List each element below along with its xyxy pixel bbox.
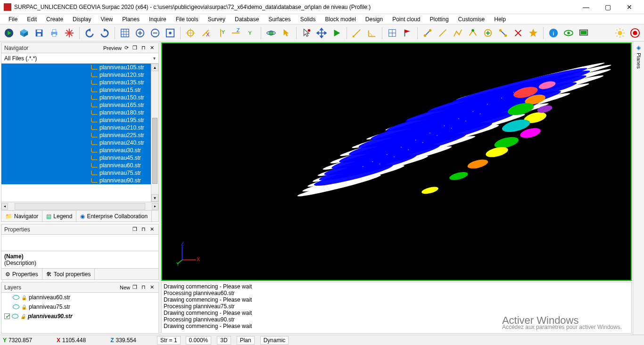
tool-path-icon[interactable] [451,26,465,40]
tool-undo-icon[interactable] [83,26,97,40]
file-filter[interactable]: All Files (.*.*) ▾ [1,53,158,64]
menu-help[interactable]: Help [489,15,511,24]
tool-orbit-icon[interactable] [264,26,278,40]
tool-ysection-icon[interactable]: Y [214,26,228,40]
layer-item-active[interactable]: ✓ 🔒 planniveau90.str [1,312,158,321]
tool-save-icon[interactable] [32,26,46,40]
menu-inquire[interactable]: Inquire [144,15,171,24]
checkbox-icon[interactable]: ✓ [4,313,10,319]
console-log[interactable]: Drawing commencing - Please wait Process… [161,282,632,334]
pin-icon[interactable]: ⊓ [140,44,147,52]
tool-run-icon[interactable] [2,26,16,40]
tab-tool-properties[interactable]: 🛠Tool properties [42,269,95,279]
tool-zoom-in-icon[interactable] [133,26,147,40]
tab-navigator[interactable]: 📁Navigator [1,211,42,222]
menu-customise[interactable]: Customise [454,15,490,24]
tool-play-icon[interactable] [330,26,344,40]
tool-node-icon[interactable] [421,26,435,40]
tool-picker-icon[interactable] [299,26,314,40]
restore-icon[interactable]: ❐ [131,226,139,233]
status-plan-button[interactable]: Plan [237,336,255,345]
tool-pan-icon[interactable] [314,26,329,40]
tool-edge-icon[interactable] [436,26,450,40]
prop-name-label: (Name) [4,253,24,260]
restore-icon[interactable]: ❐ [131,44,139,52]
lock-icon[interactable]: 🔒 [21,295,27,300]
pin-icon[interactable]: ⊓ [140,226,147,233]
tool-star-icon[interactable] [526,26,540,40]
tool-addpoint-icon[interactable] [481,26,495,40]
tool-xsection-icon[interactable]: X [198,26,213,40]
minimize-button[interactable]: — [575,0,597,14]
menu-blockmodel[interactable]: Block model [320,15,360,24]
maximize-button[interactable]: ▢ [597,0,619,14]
tool-grid2-icon[interactable] [385,26,399,40]
right-planes-tab[interactable]: ◈ Planes [633,41,644,335]
menu-pointcloud[interactable]: Point cloud [388,15,425,24]
restore-icon[interactable]: ❐ [131,284,139,291]
menu-solids[interactable]: Solids [296,15,321,24]
tool-zoom-fit-icon[interactable] [163,26,177,40]
status-str[interactable]: Str = 1 [157,336,181,345]
menu-filetools[interactable]: File tools [171,15,203,24]
eye-icon[interactable] [13,295,19,300]
menu-display[interactable]: Display [68,15,96,24]
menu-surfaces[interactable]: Surfaces [264,15,295,24]
menu-database[interactable]: Database [230,15,264,24]
tool-cube-icon[interactable] [17,26,31,40]
tool-y2-icon[interactable]: Y [244,26,258,40]
menu-survey[interactable]: Survey [203,15,230,24]
menu-design[interactable]: Design [361,15,388,24]
lock-icon[interactable]: 🔒 [20,314,26,319]
tool-target-icon[interactable] [183,26,198,40]
tool-vertex-icon[interactable] [466,26,480,40]
3d-viewport[interactable]: Z X Y [161,42,632,281]
tool-flag-icon[interactable] [400,26,414,40]
layers-list[interactable]: 🔒 planniveau60.str 🔒 planniveau75.str ✓ … [1,293,158,333]
tool-remove-icon[interactable] [511,26,525,40]
tool-grid-icon[interactable] [118,26,132,40]
file-tree[interactable]: planniveau105.str planniveau120.str plan… [1,64,151,202]
tool-zsection-icon[interactable]: Z [229,26,243,40]
eye-icon[interactable] [13,304,19,309]
menu-edit[interactable]: Edit [22,15,41,24]
tool-zoom-out-icon[interactable] [148,26,162,40]
tree-v-scrollbar[interactable]: ▲ ▼ [151,64,158,202]
tool-print-icon[interactable] [47,26,61,40]
layer-item[interactable]: 🔒 planniveau60.str [1,293,158,302]
tool-burst-icon[interactable] [62,26,76,40]
tab-legend[interactable]: ▤Legend [42,211,76,222]
new-layer-label[interactable]: New [120,285,130,290]
refresh-icon[interactable]: ⟳ [123,44,130,52]
close-panel-icon[interactable]: ✕ [148,284,156,291]
tool-eye-icon[interactable] [561,26,576,40]
close-button[interactable]: ✕ [619,0,640,14]
eye-icon[interactable] [12,314,18,319]
tool-redo-icon[interactable] [98,26,112,40]
tool-connect-icon[interactable] [496,26,510,40]
close-panel-icon[interactable]: ✕ [148,226,156,233]
tool-angle-icon[interactable] [365,26,379,40]
tool-sun-icon[interactable] [613,26,627,40]
pin-icon[interactable]: ⊓ [140,284,147,291]
tab-collab[interactable]: ◉Enterprise Collaboration [76,211,152,222]
svg-text:X: X [206,32,210,37]
layer-item[interactable]: 🔒 planniveau75.str [1,302,158,312]
menu-planes[interactable]: Planes [117,15,144,24]
status-dynamic-button[interactable]: Dynamic [260,336,289,345]
menu-create[interactable]: Create [41,15,68,24]
tool-measure-icon[interactable] [350,26,364,40]
tree-h-scrollbar[interactable]: ◂ ▸ [1,202,158,210]
tool-pointer-icon[interactable] [279,26,293,40]
close-panel-icon[interactable]: ✕ [148,44,156,52]
tool-record-icon[interactable] [628,26,642,40]
lock-icon[interactable]: 🔒 [21,304,27,310]
tool-info-icon[interactable]: i [546,26,561,40]
tool-monitor-icon[interactable] [577,26,591,40]
menu-view[interactable]: View [96,15,117,24]
status-3d-button[interactable]: 3D [217,336,231,345]
tab-properties[interactable]: ⚙Properties [1,269,42,279]
menu-file[interactable]: File [4,15,22,24]
menu-plotting[interactable]: Plotting [425,15,454,24]
preview-label[interactable]: Preview [103,45,122,51]
